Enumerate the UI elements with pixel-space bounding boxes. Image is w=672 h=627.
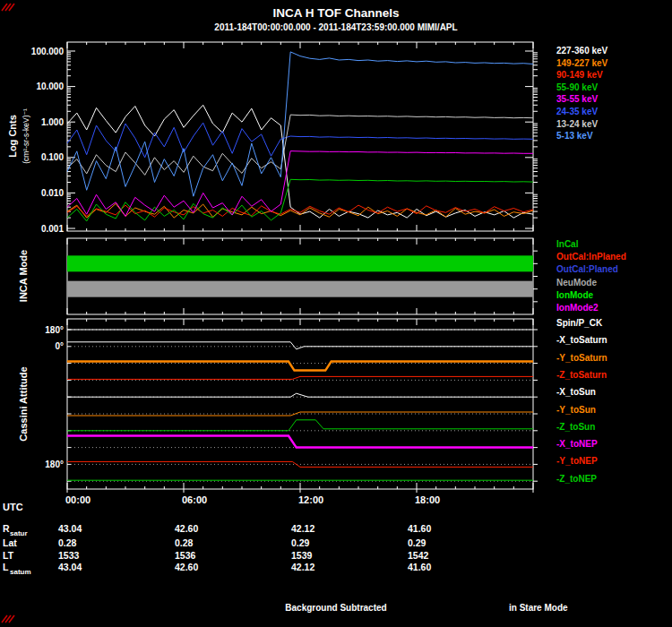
mode-legend-item: IonMode <box>556 290 593 300</box>
mode-bar-IonMode <box>67 255 533 271</box>
ephemeris-value: 1536 <box>175 550 195 561</box>
ephemeris-value: 0.29 <box>291 537 309 548</box>
ephemeris-value: 1533 <box>58 550 79 561</box>
subtitle: 2011-184T00:00:00.000 - 2011-184T23:59:0… <box>0 22 672 32</box>
tof-legend-item: 24-35 keV <box>556 107 598 116</box>
ephemeris-row-label: R <box>3 523 10 534</box>
att-legend-item: -Y_toSaturn <box>556 353 607 363</box>
att-legend-item: -X_toNEP <box>556 439 598 449</box>
att-legend-item: -Y_toNEP <box>556 456 598 466</box>
tof-ytick-label: 100.000 <box>31 47 65 56</box>
att-series--Z_toSaturn <box>67 376 533 379</box>
ephemeris-value: 41.60 <box>408 562 431 572</box>
mode-legend-item: OutCal:InPlaned <box>556 252 626 262</box>
tof-legend-item: 13-24 keV <box>556 119 598 129</box>
footer-stare-mode: in Stare Mode <box>509 603 568 613</box>
tof-ytick-label: 0.100 <box>41 152 64 162</box>
att-legend-item: Spin/P_CK <box>556 318 602 328</box>
tof-series-5-13 keV <box>67 52 533 196</box>
att-legend-item: -Z_toSun <box>556 422 595 432</box>
ephemeris-row-sublabel: satur <box>10 529 28 537</box>
tof-legend-item: 55-90 keV <box>556 82 598 92</box>
tof-legend-item: 35-55 keV <box>556 94 598 104</box>
ephemeris-row-label: L <box>3 562 8 572</box>
ephemeris-value: 42.12 <box>291 523 314 534</box>
att-ytick-label: 0° <box>55 341 64 351</box>
plot-canvas: 100.00010.0001.0000.1000.0100.001180°0°1… <box>0 0 672 627</box>
utc-axis-label: UTC <box>3 502 23 512</box>
att-series--Z_toSun <box>67 420 533 431</box>
utc-tick-label: 00:00 <box>65 494 90 505</box>
ephemeris-value: 0.28 <box>58 537 76 548</box>
att-legend-item: -Y_toSun <box>556 405 596 415</box>
att-ytick-label: 180° <box>45 460 64 469</box>
att-ytick-label: 180° <box>45 325 64 335</box>
att-panel-border <box>67 319 533 489</box>
utc-tick-label: 12:00 <box>298 494 323 505</box>
mode-legend-item: OutCal:Planed <box>556 264 618 274</box>
tof-legend-item: 149-227 keV <box>556 58 607 68</box>
tof-ytick-label: 0.010 <box>41 188 64 198</box>
mode-legend-item: NeuMode <box>556 278 597 288</box>
page-title: INCA H TOF Channels <box>0 6 672 20</box>
tof-legend-item: 5-13 keV <box>556 131 593 141</box>
tof-series-24-35 keV <box>67 123 533 158</box>
ephemeris-value: 42.60 <box>175 562 198 572</box>
mode-legend-item: InCal <box>556 239 578 249</box>
ephemeris-row-label: Lat <box>3 537 17 548</box>
ephemeris-value: 1542 <box>408 550 428 561</box>
tof-legend-item: 227-360 keV <box>556 46 607 56</box>
tof-y-axis-units: (cm²-sr-s-keV)⁻¹ <box>22 108 30 164</box>
ephemeris-value: 1539 <box>291 550 312 561</box>
att-legend-item: -X_toSun <box>556 387 596 397</box>
ephemeris-value: 43.04 <box>58 562 82 572</box>
att-series--X_toSun <box>67 393 533 397</box>
attitude-panel-title: Cassini Attitude <box>18 366 29 441</box>
ephemeris-row-label: LT <box>3 550 13 561</box>
tof-y-axis-title: Log Cnts <box>7 115 18 158</box>
utc-tick-label: 18:00 <box>415 494 440 505</box>
ephemeris-value: 0.29 <box>408 537 426 548</box>
mode-panel-title: INCA Mode <box>18 250 29 302</box>
att-legend-item: -X_toSaturn <box>556 335 607 345</box>
footer-background-subtracted: Background Subtracted <box>285 603 386 613</box>
ephemeris-value: 41.60 <box>408 523 431 534</box>
att-series--X_toSaturn <box>67 342 533 349</box>
tof-ytick-label: 1.000 <box>41 117 64 127</box>
ephemeris-value: 0.28 <box>175 537 193 548</box>
tof-legend-item: 90-149 keV <box>556 70 603 80</box>
ephemeris-row-sublabel: satum <box>10 568 31 576</box>
mode-bar-NeuMode <box>67 281 533 297</box>
att-legend-item: -Z_toSaturn <box>556 370 607 380</box>
mode-panel-border <box>67 238 533 314</box>
mode-legend-item: IonMode2 <box>556 303 599 313</box>
utc-tick-label: 06:00 <box>182 494 207 505</box>
tof-ytick-label: 0.001 <box>41 224 64 234</box>
tof-series-13-24 keV <box>67 115 533 175</box>
att-legend-item: -Z_toNEP <box>556 474 597 484</box>
att-series--X_toNEP <box>67 436 533 448</box>
ephemeris-value: 43.04 <box>58 523 82 534</box>
ephemeris-value: 42.60 <box>175 523 198 534</box>
tof-ytick-label: 10.000 <box>36 82 64 91</box>
ephemeris-value: 42.12 <box>291 562 314 572</box>
